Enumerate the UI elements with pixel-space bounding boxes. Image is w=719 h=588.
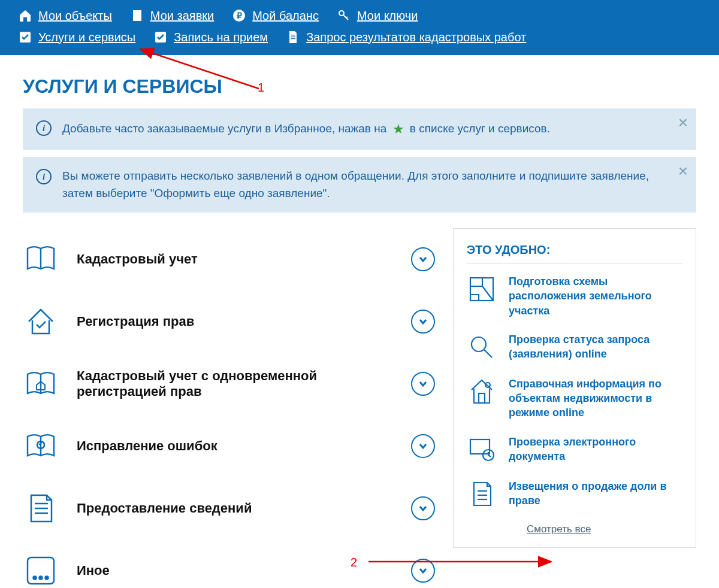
sidebar-item-text: Подготовка схемы расположения земельного…	[509, 274, 682, 318]
chevron-down-icon[interactable]	[411, 496, 435, 520]
book-edit-icon	[23, 428, 59, 464]
nav-doc[interactable]: Мои заявки	[130, 5, 214, 26]
sidebar-item[interactable]: Подготовка схемы расположения земельного…	[467, 274, 682, 318]
book-icon	[23, 241, 59, 277]
house-ok-icon	[23, 304, 59, 340]
svg-rect-28	[479, 393, 485, 403]
svg-rect-11	[291, 38, 295, 39]
category-row[interactable]: Кадастровый учет с одновременной регистр…	[23, 353, 435, 415]
house-info-icon	[467, 377, 497, 407]
dots-icon	[23, 553, 59, 588]
sidebar-item-text: Проверка электронного документа	[509, 435, 682, 465]
category-row[interactable]: Исправление ошибок	[23, 415, 435, 477]
category-row[interactable]: Регистрация прав	[23, 290, 435, 353]
chevron-down-icon[interactable]	[411, 247, 435, 271]
sheet-icon	[23, 490, 59, 526]
nav-label: Запрос результатов кадастровых работ	[306, 31, 526, 44]
nav-label: Мои заявки	[150, 9, 214, 23]
sidebar-item[interactable]: Справочная информация по объектам недвиж…	[467, 377, 682, 420]
svg-rect-10	[291, 37, 295, 37]
search-icon	[467, 332, 497, 362]
chevron-down-icon[interactable]	[411, 310, 435, 334]
close-icon[interactable]: ×	[678, 163, 688, 180]
svg-line-27	[484, 350, 492, 357]
home-icon	[18, 8, 32, 23]
svg-point-26	[472, 337, 486, 351]
category-title: Исправление ошибок	[77, 438, 393, 454]
doc-icon	[130, 8, 144, 23]
category-row[interactable]: Предоставление сведений	[23, 477, 435, 539]
book-house-icon	[23, 366, 59, 402]
sidebar-item[interactable]: Извещения о продаже доли в праве	[467, 479, 682, 509]
nav-check[interactable]: Услуги и сервисы	[18, 26, 135, 48]
svg-rect-30	[470, 440, 490, 454]
sidebar-item-text: Извещения о продаже доли в праве	[509, 479, 682, 509]
info-box-multiapp: i Вы можете отправить несколько заявлени…	[23, 157, 696, 213]
see-all-link[interactable]: Смотреть все	[527, 523, 682, 535]
svg-point-6	[339, 11, 344, 16]
page-icon	[286, 30, 300, 44]
annotation-label-1: 1	[258, 81, 264, 95]
svg-rect-9	[291, 35, 295, 35]
plan-icon	[467, 274, 497, 304]
nav-label: Мои ключи	[357, 9, 418, 23]
key-icon	[337, 8, 351, 23]
info-text-a: Добавьте часто заказываемые услуги в Изб…	[62, 122, 386, 135]
annotation-label-2: 2	[351, 556, 357, 569]
chevron-down-icon[interactable]	[411, 434, 435, 458]
info-icon: i	[36, 169, 52, 184]
doc-side-icon	[467, 479, 497, 509]
category-row[interactable]: Кадастровый учет	[23, 228, 435, 290]
info-text-b: в списке услуг и сервисов.	[410, 122, 550, 135]
nav-label: Мой баланс	[252, 9, 319, 23]
category-title: Предоставление сведений	[77, 501, 393, 516]
nav-label: Запись на прием	[174, 31, 268, 44]
info-icon: i	[36, 120, 52, 136]
nav-check[interactable]: Запись на прием	[153, 26, 268, 48]
page-title: УСЛУГИ И СЕРВИСЫ	[23, 75, 696, 98]
check-icon	[153, 30, 168, 44]
svg-text:₽: ₽	[237, 11, 242, 20]
sidebar-title: ЭТО УДОБНО:	[467, 243, 682, 257]
chevron-down-icon[interactable]	[411, 559, 435, 583]
sidebar-item-text: Проверка статуса запроса (заявления) onl…	[509, 332, 682, 362]
category-row[interactable]: Иное	[23, 539, 435, 588]
svg-rect-3	[135, 17, 140, 19]
nav-label: Услуги и сервисы	[38, 31, 135, 44]
ruble-icon: ₽	[232, 8, 246, 23]
svg-point-22	[34, 577, 37, 580]
svg-rect-1	[135, 13, 140, 14]
svg-point-24	[46, 577, 49, 580]
svg-rect-2	[135, 15, 140, 16]
nav-home[interactable]: Мои объекты	[18, 5, 112, 26]
nav-page[interactable]: Запрос результатов кадастровых работ	[286, 26, 526, 48]
nav-label: Мои объекты	[38, 9, 112, 23]
nav-key[interactable]: Мои ключи	[337, 5, 418, 26]
divider	[467, 263, 682, 263]
info-box-favorites: i Добавьте часто заказываемые услуги в И…	[23, 108, 696, 150]
category-title: Регистрация прав	[77, 314, 393, 329]
close-icon[interactable]: ×	[678, 114, 688, 131]
svg-point-23	[40, 577, 43, 580]
category-title: Иное	[77, 563, 393, 578]
info-text: Вы можете отправить несколько заявлений …	[62, 168, 660, 202]
screen-icon	[467, 435, 497, 465]
category-title: Кадастровый учет	[77, 251, 393, 267]
check-icon	[18, 30, 32, 44]
sidebar-item-text: Справочная информация по объектам недвиж…	[509, 377, 682, 420]
category-title: Кадастровый учет с одновременной регистр…	[77, 368, 393, 399]
nav-ruble[interactable]: ₽Мой баланс	[232, 5, 319, 26]
sidebar-item[interactable]: Проверка статуса запроса (заявления) onl…	[467, 332, 682, 362]
sidebar-item[interactable]: Проверка электронного документа	[467, 435, 682, 465]
star-icon: ★	[392, 119, 404, 139]
chevron-down-icon[interactable]	[411, 372, 435, 396]
